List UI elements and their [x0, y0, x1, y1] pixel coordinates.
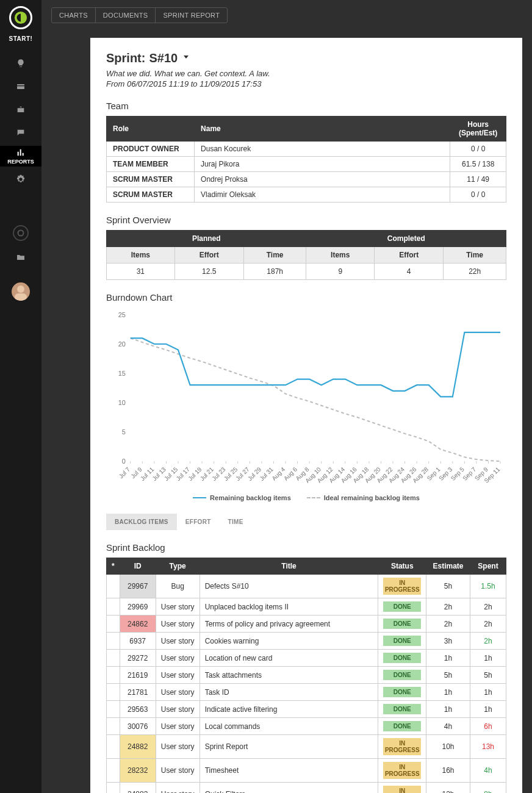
brand-mini-icon[interactable] — [13, 225, 29, 241]
cell-estimate: 3h — [426, 633, 470, 650]
tab-documents[interactable]: DOCUMENTS — [95, 7, 156, 23]
cell-title[interactable]: Sprint Report — [200, 735, 378, 759]
cell-id[interactable]: 21619 — [120, 667, 156, 684]
table-row[interactable]: 6937User storyCookies warningDONE3h2h — [107, 633, 506, 650]
svg-text:15: 15 — [118, 370, 126, 377]
cell-type: User story — [156, 684, 200, 701]
sidebar-item-folder[interactable] — [0, 247, 41, 268]
cell-title[interactable]: Local commands — [200, 718, 378, 735]
user-avatar[interactable] — [12, 282, 30, 301]
report-subtitle: What we did. What we can. Get context. A… — [106, 69, 506, 78]
cell-title[interactable]: Defects S#10 — [200, 575, 378, 598]
cell-title[interactable]: Quick Filters — [200, 783, 378, 794]
sidebar-item-settings[interactable] — [0, 169, 41, 190]
cell-title[interactable]: Terms of policy and privacy agreement — [200, 615, 378, 633]
cell-id[interactable]: 29563 — [120, 701, 156, 718]
cell-spent: 6h — [470, 718, 506, 735]
cell-type: User story — [156, 759, 200, 783]
cell-hours: 0 / 0 — [450, 187, 506, 203]
chart-legend: Remaining backlog items Ideal remaining … — [106, 494, 506, 501]
sidebar-item-cards[interactable] — [0, 76, 41, 97]
cell-star — [107, 650, 120, 667]
table-row[interactable]: 24862User storyTerms of policy and priva… — [107, 615, 506, 633]
svg-text:25: 25 — [118, 311, 126, 318]
svg-rect-2 — [17, 85, 24, 86]
tab-sprint-report[interactable]: SPRINT REPORT — [155, 7, 228, 23]
backlog-subtabs: BACKLOG ITEMS EFFORT TIME — [106, 514, 506, 530]
cell-status: DONE — [378, 633, 426, 650]
cell-type: User story — [156, 718, 200, 735]
cell-spent: 2h — [470, 615, 506, 633]
table-row[interactable]: 29272User storyLocation of new cardDONE1… — [107, 650, 506, 667]
cell-title[interactable]: Cookies warning — [200, 633, 378, 650]
table-row[interactable]: 30076User storyLocal commandsDONE4h6h — [107, 718, 506, 735]
table-row[interactable]: 24883User storyQuick FiltersIN PROGRESS1… — [107, 783, 506, 794]
cell-id[interactable]: 29967 — [120, 575, 156, 598]
cell-role: PRODUCT OWNER — [107, 142, 195, 157]
subtab-time[interactable]: TIME — [220, 514, 252, 530]
cell-type: User story — [156, 650, 200, 667]
sidebar-item-projects[interactable] — [0, 99, 41, 120]
cell-title[interactable]: Task ID — [200, 684, 378, 701]
svg-point-4 — [17, 285, 24, 293]
start-label[interactable]: START! — [9, 35, 33, 42]
cell-title[interactable]: Location of new card — [200, 650, 378, 667]
cell-estimate: 5h — [426, 667, 470, 684]
sidebar-item-ideas[interactable] — [0, 53, 41, 74]
cell-id[interactable]: 21781 — [120, 684, 156, 701]
page-title[interactable]: Sprint: S#10 — [106, 51, 506, 65]
report-paper: Sprint: S#10 What we did. What we can. G… — [90, 38, 522, 793]
cell-status: DONE — [378, 598, 426, 615]
cell-estimate: 5h — [426, 575, 470, 598]
cell-star — [107, 701, 120, 718]
cell-id[interactable]: 24882 — [120, 735, 156, 759]
overview-heading: Sprint Overview — [106, 215, 506, 225]
table-row[interactable]: 29969User storyUnplaced backlog items II… — [107, 598, 506, 615]
cell-id[interactable]: 6937 — [120, 633, 156, 650]
team-heading: Team — [106, 101, 506, 111]
cell-spent: 8h — [470, 783, 506, 794]
brand-logo[interactable] — [9, 6, 32, 29]
cell-id[interactable]: 24883 — [120, 783, 156, 794]
cell-star — [107, 667, 120, 684]
cell-status: IN PROGRESS — [378, 783, 426, 794]
tab-charts[interactable]: CHARTS — [51, 7, 96, 23]
cell-estimate: 4h — [426, 718, 470, 735]
folder-icon — [16, 253, 26, 262]
col-planned: Planned — [107, 231, 306, 247]
table-row[interactable]: 28232User storyTimesheetIN PROGRESS16h4h — [107, 759, 506, 783]
cell-id[interactable]: 29969 — [120, 598, 156, 615]
table-row[interactable]: 21781User storyTask IDDONE1h1h — [107, 684, 506, 701]
sidebar-item-reports[interactable]: REPORTS — [0, 146, 41, 167]
cell-estimate: 1h — [426, 684, 470, 701]
cell-id[interactable]: 30076 — [120, 718, 156, 735]
cell-status: DONE — [378, 701, 426, 718]
subtab-backlog-items[interactable]: BACKLOG ITEMS — [106, 514, 177, 530]
cell-id[interactable]: 29272 — [120, 650, 156, 667]
cell-title[interactable]: Indicate active filtering — [200, 701, 378, 718]
cell-id[interactable]: 28232 — [120, 759, 156, 783]
table-row[interactable]: 29563User storyIndicate active filtering… — [107, 701, 506, 718]
cell-name: Juraj Pikora — [195, 157, 450, 172]
subtab-effort[interactable]: EFFORT — [177, 514, 220, 530]
table-row: SCRUM MASTERVladimir Oleksak0 / 0 — [107, 187, 506, 203]
cell-star — [107, 633, 120, 650]
sidebar-item-chat[interactable] — [0, 123, 41, 143]
cell-star — [107, 684, 120, 701]
cell-spent: 2h — [470, 598, 506, 615]
cell-title[interactable]: Task attachments — [200, 667, 378, 684]
table-row[interactable]: 24882User storySprint ReportIN PROGRESS1… — [107, 735, 506, 759]
cell-spent: 5h — [470, 667, 506, 684]
cell-title[interactable]: Timesheet — [200, 759, 378, 783]
cell-hours: 11 / 49 — [450, 172, 506, 187]
cell-spent: 1.5h — [470, 575, 506, 598]
report-dates: From 06/07/2015 11:19 to 11/09/2015 17:5… — [106, 79, 506, 88]
cell-spent: 13h — [470, 735, 506, 759]
cell-title[interactable]: Unplaced backlog items II — [200, 598, 378, 615]
table-row[interactable]: 21619User storyTask attachmentsDONE5h5h — [107, 667, 506, 684]
cell-spent: 1h — [470, 650, 506, 667]
cell-id[interactable]: 24862 — [120, 615, 156, 633]
table-row[interactable]: 29967BugDefects S#10IN PROGRESS5h1.5h — [107, 575, 506, 598]
cell-status: DONE — [378, 615, 426, 633]
cell-estimate: 12h — [426, 783, 470, 794]
